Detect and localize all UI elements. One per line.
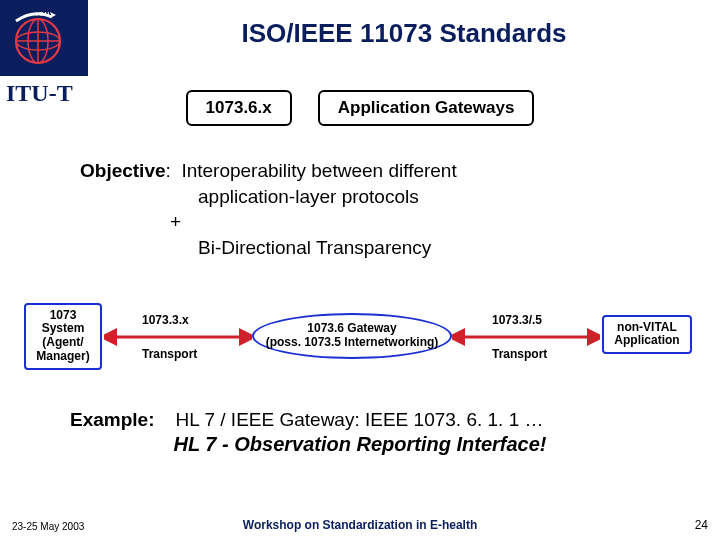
itu-logo: I T U bbox=[0, 0, 88, 76]
footer-page-number: 24 bbox=[695, 518, 708, 532]
objective-text1: Interoperability between different bbox=[181, 160, 456, 181]
objective-plus: + bbox=[80, 209, 640, 235]
top-boxes-row: 1073.6.x Application Gateways bbox=[0, 90, 720, 126]
footer-workshop: Workshop on Standardization in E-health bbox=[0, 518, 720, 532]
bidir-arrow-right bbox=[452, 325, 600, 349]
example-text2: HL 7 - Observation Reporting Interface! bbox=[70, 433, 650, 456]
slide-header: I T U ISO/IEEE 11073 Standards bbox=[0, 0, 720, 76]
example-text1: HL 7 / IEEE Gateway: IEEE 1073. 6. 1. 1 … bbox=[176, 409, 544, 430]
objective-text3: Bi-Directional Transparency bbox=[80, 235, 640, 261]
example-label: Example: bbox=[70, 409, 154, 430]
left-system-box: 1073 System (Agent/ Manager) bbox=[24, 303, 102, 370]
arrow1-bottom-label: Transport bbox=[142, 347, 197, 361]
example-line1: Example: HL 7 / IEEE Gateway: IEEE 1073.… bbox=[70, 409, 650, 431]
title-area: ISO/IEEE 11073 Standards bbox=[88, 0, 720, 49]
slide-title: ISO/IEEE 11073 Standards bbox=[88, 18, 720, 49]
gateway-text: 1073.6 Gateway (poss. 1073.5 Internetwor… bbox=[266, 322, 439, 348]
globe-icon: I T U bbox=[8, 7, 80, 69]
itu-t-label: ITU-T bbox=[6, 80, 73, 107]
architecture-diagram: 1073 System (Agent/ Manager) 1073.3.x Tr… bbox=[20, 289, 700, 385]
objective-line1: Objective: Interoperability between diff… bbox=[80, 158, 640, 184]
footer-date: 23-25 May 2003 bbox=[12, 521, 84, 532]
example-block: Example: HL 7 / IEEE Gateway: IEEE 1073.… bbox=[70, 409, 650, 456]
arrow2-top-label: 1073.3/.5 bbox=[492, 313, 542, 327]
standard-name-box: Application Gateways bbox=[318, 90, 535, 126]
arrow2-bottom-label: Transport bbox=[492, 347, 547, 361]
objective-block: Objective: Interoperability between diff… bbox=[80, 158, 640, 261]
right-app-box: non-VITAL Application bbox=[602, 315, 692, 355]
slide-footer: 23-25 May 2003 Workshop on Standardizati… bbox=[0, 518, 720, 532]
bidir-arrow-left bbox=[104, 325, 252, 349]
gateway-ellipse: 1073.6 Gateway (poss. 1073.5 Internetwor… bbox=[252, 313, 452, 359]
objective-text2: application-layer protocols bbox=[80, 184, 640, 210]
arrow1-top-label: 1073.3.x bbox=[142, 313, 189, 327]
objective-label: Objective bbox=[80, 160, 166, 181]
standard-id-box: 1073.6.x bbox=[186, 90, 292, 126]
svg-text:I T U: I T U bbox=[36, 11, 49, 17]
